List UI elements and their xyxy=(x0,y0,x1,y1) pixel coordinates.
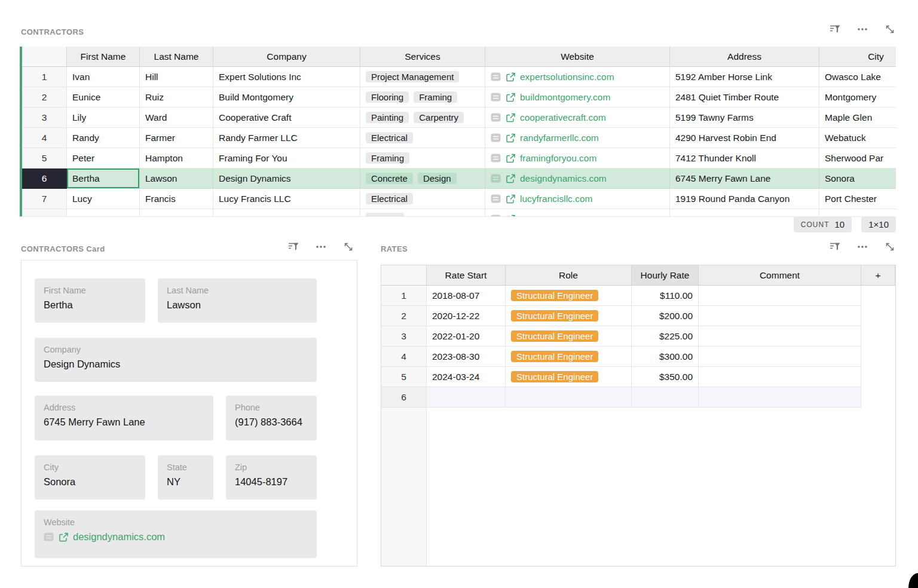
cell-first-name[interactable]: Peter xyxy=(67,148,140,169)
column-header-comment[interactable]: Comment xyxy=(699,265,861,286)
first-name-field[interactable]: First Name Bertha xyxy=(35,278,145,323)
cell-comment[interactable] xyxy=(699,367,861,387)
column-header-company[interactable]: Company xyxy=(213,47,360,67)
cell-last-name[interactable]: Farmer xyxy=(140,128,213,148)
cell-last-name[interactable]: Francis xyxy=(140,189,213,209)
more-icon[interactable] xyxy=(856,241,868,252)
cell-website[interactable] xyxy=(485,209,670,216)
cell-website[interactable]: framingforyou.com xyxy=(485,148,670,169)
row-number-cell[interactable]: 4 xyxy=(22,128,67,148)
column-header-hourly-rate[interactable]: Hourly Rate xyxy=(632,265,699,286)
column-header-website[interactable]: Website xyxy=(485,47,670,67)
cell-last-name[interactable]: Hampton xyxy=(140,148,213,169)
expand-icon[interactable] xyxy=(884,241,896,252)
cell-last-name[interactable]: Ruiz xyxy=(140,87,213,108)
row-number-cell[interactable]: 6 xyxy=(381,387,427,408)
cell-city[interactable]: Sherwood Par xyxy=(819,148,896,169)
website-link[interactable]: designdynamics.com xyxy=(73,531,165,543)
external-link-icon[interactable] xyxy=(506,93,516,102)
cell-role[interactable]: Structural Engineer xyxy=(506,347,632,367)
row-number-cell[interactable]: 1 xyxy=(22,67,67,87)
column-header-city[interactable]: City xyxy=(819,47,896,67)
row-number-cell[interactable]: 6 xyxy=(22,169,67,189)
column-header-role[interactable]: Role xyxy=(506,265,632,286)
cell-company[interactable]: Lucy Francis LLC xyxy=(213,189,360,209)
external-link-icon[interactable] xyxy=(506,113,516,122)
cell-role[interactable]: Structural Engineer xyxy=(506,286,632,306)
last-name-field[interactable]: Last Name Lawson xyxy=(158,278,317,323)
cell-website[interactable]: randyfarmerllc.com xyxy=(485,128,670,148)
row-number-cell[interactable]: 1 xyxy=(381,286,427,306)
cell-last-name[interactable] xyxy=(140,209,213,216)
row-number-cell[interactable]: 4 xyxy=(381,347,427,367)
cell-role[interactable]: Structural Engineer xyxy=(506,326,632,347)
address-field[interactable]: Address 6745 Merry Fawn Lane xyxy=(35,396,213,440)
cell-comment[interactable] xyxy=(699,387,861,408)
cell-company[interactable]: Expert Solutions Inc xyxy=(213,67,360,87)
cell-last-name[interactable]: Ward xyxy=(140,108,213,128)
cell-services[interactable]: PaintingCarpentry xyxy=(360,108,485,128)
cell-rate-start[interactable]: 2018-08-07 xyxy=(427,286,506,306)
sort-filter-icon[interactable] xyxy=(829,241,841,252)
cell-company[interactable] xyxy=(213,209,360,216)
phone-field[interactable]: Phone (917) 883-3664 xyxy=(226,396,317,440)
sort-filter-icon[interactable] xyxy=(287,241,299,252)
add-column-button[interactable]: + xyxy=(861,265,895,286)
company-field[interactable]: Company Design Dynamics xyxy=(35,338,317,382)
row-number-cell[interactable]: 7 xyxy=(22,189,67,209)
cell-city[interactable] xyxy=(819,209,896,216)
column-header-address[interactable]: Address xyxy=(670,47,819,67)
row-number-cell[interactable]: 3 xyxy=(22,108,67,128)
column-header-last-name[interactable]: Last Name xyxy=(140,47,213,67)
cell-hourly-rate[interactable]: $350.00 xyxy=(632,367,699,387)
cell-last-name[interactable]: Hill xyxy=(140,67,213,87)
cell-address[interactable]: 2481 Quiet Timber Route xyxy=(670,87,819,108)
cell-city[interactable]: Maple Glen xyxy=(819,108,896,128)
cell-first-name[interactable] xyxy=(67,209,140,216)
cell-address[interactable]: 4290 Harvest Robin End xyxy=(670,128,819,148)
website-link[interactable]: lucyfrancisllc.com xyxy=(520,194,592,204)
expand-icon[interactable] xyxy=(342,241,354,252)
row-number-cell[interactable]: 2 xyxy=(22,87,67,108)
cell-services[interactable]: Electrical xyxy=(360,128,485,148)
cell-services[interactable]: Project Management xyxy=(360,67,485,87)
website-link[interactable]: expertsolutionsinc.com xyxy=(520,72,614,82)
cell-first-name[interactable]: Ivan xyxy=(67,67,140,87)
column-header-services[interactable]: Services xyxy=(360,47,485,67)
cell-hourly-rate[interactable]: $300.00 xyxy=(632,347,699,367)
cell-first-name[interactable]: Randy xyxy=(67,128,140,148)
zip-field[interactable]: Zip 14045-8197 xyxy=(226,455,317,500)
cell-first-name[interactable]: Lily xyxy=(67,108,140,128)
cell-website[interactable]: expertsolutionsinc.com xyxy=(485,67,670,87)
cell-address[interactable]: 5199 Tawny Farms xyxy=(670,108,819,128)
cell-first-name-active[interactable]: Bertha xyxy=(67,169,140,189)
cell-city[interactable]: Owasco Lake xyxy=(819,67,896,87)
more-icon[interactable] xyxy=(856,24,868,35)
cell-city[interactable]: Sonora xyxy=(819,169,896,189)
cell-address[interactable] xyxy=(670,209,819,216)
cell-comment[interactable] xyxy=(699,326,861,347)
row-number-header[interactable] xyxy=(22,47,67,67)
external-link-icon[interactable] xyxy=(59,532,69,542)
cell-city[interactable]: Port Chester xyxy=(819,189,896,209)
cell-comment[interactable] xyxy=(699,306,861,326)
cell-hourly-rate[interactable]: $225.00 xyxy=(632,326,699,347)
row-number-cell[interactable]: 2 xyxy=(381,306,427,326)
website-link[interactable]: randyfarmerllc.com xyxy=(520,133,599,143)
row-number-cell[interactable]: 3 xyxy=(381,326,427,347)
cell-website[interactable]: buildmontgomery.com xyxy=(485,87,670,108)
cell-first-name[interactable]: Eunice xyxy=(67,87,140,108)
cell-company[interactable]: Design Dynamics xyxy=(213,169,360,189)
website-link[interactable]: buildmontgomery.com xyxy=(520,92,610,103)
cell-website[interactable]: cooperativecraft.com xyxy=(485,108,670,128)
cell-role[interactable]: Structural Engineer xyxy=(506,367,632,387)
cell-role[interactable]: Structural Engineer xyxy=(506,306,632,326)
cell-company[interactable]: Randy Farmer LLC xyxy=(213,128,360,148)
cell-role[interactable] xyxy=(506,387,632,408)
external-link-icon[interactable] xyxy=(506,72,516,82)
cell-services[interactable]: ConcreteDesign xyxy=(360,169,485,189)
cell-address[interactable]: 7412 Thunder Knoll xyxy=(670,148,819,169)
cell-last-name[interactable]: Lawson xyxy=(140,169,213,189)
cell-company[interactable]: Framing For You xyxy=(213,148,360,169)
city-field[interactable]: City Sonora xyxy=(35,455,145,500)
